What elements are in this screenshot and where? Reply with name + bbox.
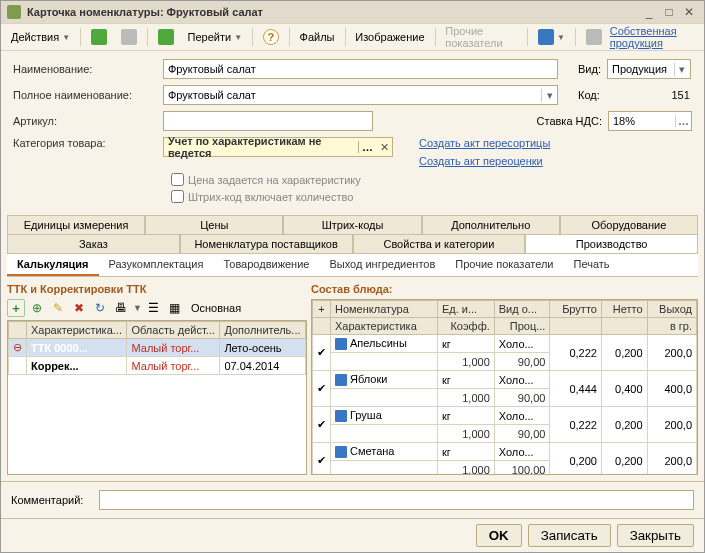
column-header[interactable]: Нетто [601, 301, 647, 318]
close-button[interactable]: Закрыть [617, 524, 694, 547]
print-button[interactable]: 🖶 [112, 299, 130, 317]
price-on-characteristic-checkbox[interactable] [171, 173, 184, 186]
image-button[interactable]: Изображение [349, 28, 430, 46]
vat-select[interactable]: 18%… [608, 111, 692, 131]
composition-panel: Состав блюда: +НоменклатураЕд. и...Вид о… [311, 283, 698, 475]
table-row[interactable]: ✔ЯблокикгХоло...0,4440,400400,0 [313, 371, 697, 389]
main-toolbar: Действия▼ Перейти▼ ? Файлы Изображение П… [1, 23, 704, 51]
tabs-level-2: КалькуляцияРазукомплектацияТовародвижени… [7, 253, 698, 277]
name-input[interactable] [163, 59, 558, 79]
barcode-includes-qty-checkbox[interactable] [171, 190, 184, 203]
column-subheader [550, 318, 602, 335]
ttk-grid[interactable]: Характеристика...Область дейст...Дополни… [7, 320, 307, 475]
row-checkbox[interactable]: ✔ [313, 443, 331, 475]
filter-button[interactable]: ☰ [145, 299, 163, 317]
column-header[interactable]: Дополнитель... [220, 322, 306, 339]
tab-Цены[interactable]: Цены [145, 215, 283, 234]
save-icon [91, 29, 107, 45]
row-checkbox[interactable]: ✔ [313, 335, 331, 371]
toolbar-btn-doc[interactable] [580, 26, 608, 48]
subtab-Разукомплектация[interactable]: Разукомплектация [99, 254, 214, 276]
save-button[interactable]: Записать [528, 524, 611, 547]
tab-Свойства и категории[interactable]: Свойства и категории [353, 234, 526, 253]
ellipsis-button[interactable]: … [358, 141, 376, 153]
table-row[interactable]: ✔СметанакгХоло...0,2000,200200,0 [313, 443, 697, 461]
tab-Штрих-коды[interactable]: Штрих-коды [283, 215, 421, 234]
tab-Заказ[interactable]: Заказ [7, 234, 180, 253]
table-row[interactable]: Коррек...Малый торг...07.04.2014 [9, 357, 306, 375]
subtab-Печать[interactable]: Печать [564, 254, 620, 276]
delete-button[interactable]: ✖ [70, 299, 88, 317]
maximize-button[interactable]: □ [660, 5, 678, 20]
row-checkbox[interactable]: ✔ [313, 371, 331, 407]
vid-select[interactable]: Продукция▾ [607, 59, 691, 79]
actions-menu[interactable]: Действия▼ [5, 28, 76, 46]
table-row[interactable]: ⊖ТТК 0000...Малый торг...Лето-осень [9, 339, 306, 357]
composition-title: Состав блюда: [311, 283, 698, 295]
toolbar-btn-3[interactable] [152, 26, 180, 48]
comment-area: Комментарий: [1, 481, 704, 518]
goto-menu[interactable]: Перейти▼ [182, 28, 249, 46]
minimize-button[interactable]: _ [640, 5, 658, 20]
add-copy-button[interactable]: ⊕ [28, 299, 46, 317]
ok-button[interactable]: OK [476, 524, 522, 547]
column-subheader [601, 318, 647, 335]
tab-Производство[interactable]: Производство [525, 234, 698, 253]
column-subheader: Характеристика [331, 318, 438, 335]
ttk-title: ТТК и Корректировки ТТК [7, 283, 307, 295]
create-resort-link[interactable]: Создать акт пересортицы [419, 137, 550, 149]
chevron-down-icon[interactable]: ▾ [674, 63, 690, 76]
column-header[interactable]: Характеристика... [27, 322, 127, 339]
files-button[interactable]: Файлы [294, 28, 341, 46]
column-header[interactable]: Ед. и... [437, 301, 494, 318]
row-checkbox[interactable]: ✔ [313, 407, 331, 443]
fullname-input[interactable]: Фруктовый салат▾ [163, 85, 558, 105]
ellipsis-icon[interactable]: … [675, 115, 691, 127]
own-production-link[interactable]: Собственная продукция [610, 25, 700, 49]
toolbar-btn-2[interactable] [115, 26, 143, 48]
other-indicators-button[interactable]: Прочие показатели [439, 22, 523, 52]
help-button[interactable]: ? [257, 26, 285, 48]
toolbar-btn-1[interactable] [85, 26, 113, 48]
expand-all-button[interactable]: + [313, 301, 331, 318]
subtab-Товародвижение[interactable]: Товародвижение [213, 254, 319, 276]
column-header[interactable]: Область дейст... [127, 322, 220, 339]
chevron-down-icon[interactable]: ▾ [541, 89, 557, 102]
tab-Оборудование[interactable]: Оборудование [560, 215, 698, 234]
composition-grid[interactable]: +НоменклатураЕд. и...Вид о...БруттоНетто… [311, 299, 698, 475]
item-icon [335, 410, 347, 422]
price-check-label: Цена задается на характеристику [188, 174, 361, 186]
refresh-button[interactable]: ↻ [91, 299, 109, 317]
ttk-panel: ТТК и Корректировки ТТК ＋ ⊕ ✎ ✖ ↻ 🖶 ▼ ☰ … [7, 283, 307, 475]
close-window-button[interactable]: ✕ [680, 5, 698, 20]
comment-input[interactable] [99, 490, 694, 510]
toolbar-btn-color[interactable]: ▼ [532, 26, 571, 48]
barcode-check-label: Штрих-код включает количество [188, 191, 353, 203]
subtab-Выход ингредиентов[interactable]: Выход ингредиентов [319, 254, 445, 276]
edit-button[interactable]: ✎ [49, 299, 67, 317]
create-reprice-link[interactable]: Создать акт переоценки [419, 155, 550, 167]
comment-label: Комментарий: [11, 494, 91, 506]
column-subheader: в гр. [647, 318, 696, 335]
column-subheader: Проц... [494, 318, 550, 335]
column-header[interactable]: Брутто [550, 301, 602, 318]
category-input[interactable]: Учет по характеристикам не ведется … ✕ [163, 137, 393, 157]
extra-button[interactable]: ▦ [166, 299, 184, 317]
column-header[interactable]: Номенклатура [331, 301, 438, 318]
subtab-Калькуляция[interactable]: Калькуляция [7, 254, 99, 276]
table-row[interactable]: ✔АпельсиныкгХоло...0,2220,200200,0 [313, 335, 697, 353]
table-row[interactable]: ✔ГрушакгХоло...0,2220,200200,0 [313, 407, 697, 425]
article-input[interactable] [163, 111, 373, 131]
subtab-Прочие показатели[interactable]: Прочие показатели [445, 254, 563, 276]
category-label: Категория товара: [13, 137, 155, 149]
column-header[interactable]: Выход [647, 301, 696, 318]
title-bar: Карточка номенклатуры: Фруктовый салат _… [1, 1, 704, 23]
tab-Номенклатура поставщиков[interactable]: Номенклатура поставщиков [180, 234, 353, 253]
clear-button[interactable]: ✕ [376, 141, 392, 154]
add-button[interactable]: ＋ [7, 299, 25, 317]
column-header[interactable]: Вид о... [494, 301, 550, 318]
tab-Единицы измерения[interactable]: Единицы измерения [7, 215, 145, 234]
vat-label: Ставка НДС: [537, 115, 602, 127]
copy-icon [121, 29, 137, 45]
tab-Дополнительно[interactable]: Дополнительно [422, 215, 560, 234]
